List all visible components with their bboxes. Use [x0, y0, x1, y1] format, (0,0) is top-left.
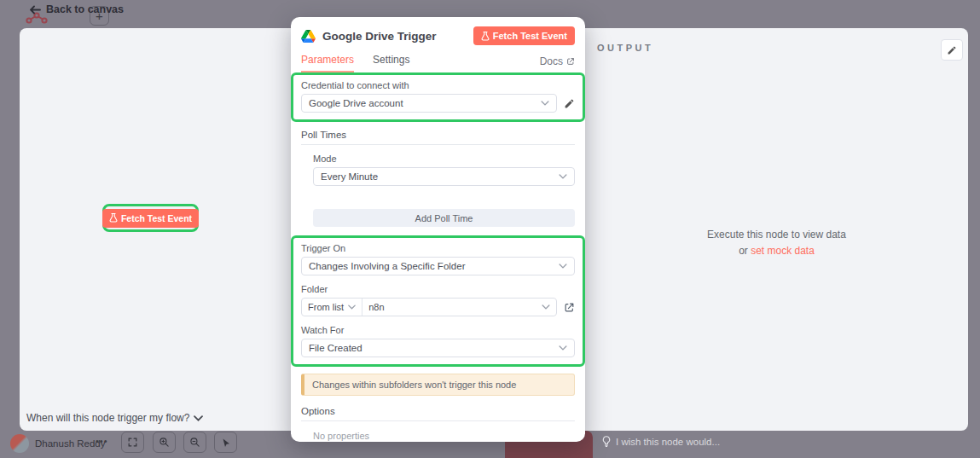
folder-resource-locator: From list n8n	[301, 298, 557, 316]
fetch-test-event-button-canvas[interactable]: Fetch Test Event	[102, 209, 199, 228]
user-avatar[interactable]	[10, 434, 29, 453]
external-link-icon	[566, 57, 575, 66]
credential-value: Google Drive account	[309, 98, 541, 108]
wish-label: I wish this node would...	[616, 437, 720, 447]
chevron-down-icon	[542, 304, 550, 310]
mode-value: Every Minute	[321, 171, 559, 182]
tab-settings[interactable]: Settings	[373, 49, 409, 72]
google-drive-icon	[301, 30, 316, 43]
lightbulb-icon	[602, 436, 611, 447]
cursor-pointer-icon	[221, 438, 231, 448]
output-empty-line1: Execute this node to view data	[585, 227, 968, 243]
chevron-down-icon	[559, 174, 567, 179]
watch-for-value: File Created	[309, 343, 559, 353]
open-folder-external-icon[interactable]	[564, 302, 575, 313]
docs-label: Docs	[540, 55, 563, 67]
back-to-canvas-label: Back to canvas	[46, 3, 124, 15]
poll-times-section-label: Poll Times	[301, 130, 575, 145]
zoom-out-button[interactable]	[183, 432, 206, 453]
flask-icon	[481, 32, 490, 41]
question-label: When will this node trigger my flow?	[26, 412, 189, 424]
mode-select[interactable]: Every Minute	[313, 167, 575, 186]
flask-icon	[109, 213, 118, 223]
feature-wish-prompt[interactable]: I wish this node would...	[602, 436, 720, 447]
output-panel-title: OUTPUT	[597, 43, 653, 53]
output-empty-state: Execute this node to view data or set mo…	[585, 227, 968, 258]
fetch-test-event-label: Fetch Test Event	[121, 213, 192, 223]
node-settings-modal: Google Drive Trigger Fetch Test Event Pa…	[291, 17, 585, 442]
no-properties-text: No properties	[313, 431, 575, 441]
folder-mode-value: From list	[308, 302, 344, 312]
credential-highlight: Credential to connect with Google Drive …	[291, 72, 585, 122]
pointer-mode-button[interactable]	[214, 432, 237, 453]
subfolder-warning: Changes within subfolders won't trigger …	[301, 374, 575, 396]
credential-select[interactable]: Google Drive account	[301, 94, 557, 113]
back-to-canvas-button[interactable]: Back to canvas	[30, 3, 124, 15]
zoom-to-fit-icon	[127, 437, 138, 448]
chevron-down-icon	[194, 415, 203, 421]
chevron-down-icon	[559, 345, 567, 351]
trigger-on-label: Trigger On	[301, 243, 575, 253]
modal-header: Google Drive Trigger Fetch Test Event	[291, 17, 585, 49]
zoom-to-fit-button[interactable]	[121, 432, 144, 453]
options-section-label: Options	[301, 406, 575, 421]
zoom-in-icon	[159, 437, 170, 448]
arrow-left-icon	[30, 5, 41, 14]
fetch-test-event-highlight: Fetch Test Event	[102, 204, 199, 232]
pencil-icon	[947, 45, 957, 55]
zoom-out-icon	[189, 437, 200, 448]
modal-tabs: Parameters Settings Docs	[291, 49, 585, 72]
mode-label: Mode	[313, 154, 575, 164]
chevron-down-icon	[541, 101, 549, 106]
folder-label: Folder	[301, 284, 575, 294]
modal-title: Google Drive Trigger	[322, 30, 437, 43]
credential-label: Credential to connect with	[301, 80, 575, 90]
zoom-in-button[interactable]	[153, 432, 176, 453]
trigger-on-value: Changes Involving a Specific Folder	[309, 261, 559, 271]
add-poll-time-button[interactable]: Add Poll Time	[313, 209, 575, 227]
trigger-section-highlight: Trigger On Changes Involving a Specific …	[291, 235, 585, 367]
trigger-on-select[interactable]: Changes Involving a Specific Folder	[301, 257, 575, 275]
set-mock-data-link[interactable]: set mock data	[751, 245, 815, 257]
edit-credential-icon[interactable]	[564, 98, 575, 109]
tab-parameters[interactable]: Parameters	[301, 49, 354, 72]
folder-value-select[interactable]: n8n	[362, 299, 556, 316]
watch-for-select[interactable]: File Created	[301, 339, 575, 357]
docs-link[interactable]: Docs	[540, 55, 575, 67]
fetch-test-event-button-modal[interactable]: Fetch Test Event	[473, 26, 575, 45]
chevron-down-icon	[559, 264, 567, 269]
new-tab-button[interactable]: +	[90, 6, 109, 26]
node-trigger-question[interactable]: When will this node trigger my flow?	[26, 412, 203, 424]
watch-for-label: Watch For	[301, 325, 575, 335]
folder-mode-select[interactable]: From list	[302, 299, 362, 316]
folder-value: n8n	[368, 302, 537, 312]
fetch-test-event-label: Fetch Test Event	[493, 31, 567, 41]
edit-output-button[interactable]	[941, 39, 963, 61]
chevron-down-icon	[348, 304, 356, 310]
user-menu-dots[interactable]: •••	[96, 436, 108, 446]
output-empty-prefix: or	[739, 245, 748, 257]
